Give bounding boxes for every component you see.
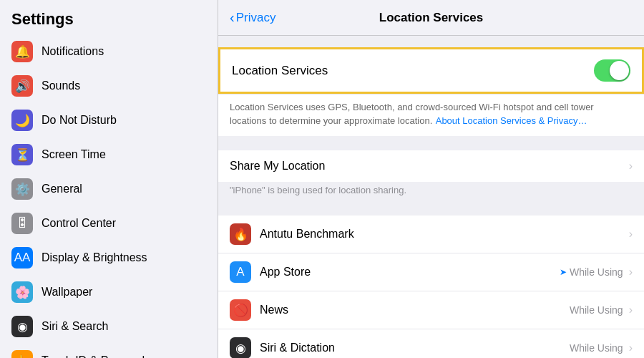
app-store-icon: A xyxy=(230,261,251,283)
back-label: Privacy xyxy=(236,11,276,25)
app-status-news: While Using› xyxy=(570,304,633,316)
do-not-disturb-icon: 🌙 xyxy=(11,110,33,131)
location-services-section: Location Services Location Services uses… xyxy=(218,47,644,136)
app-status-text-news: While Using xyxy=(570,304,623,316)
display-brightness-icon: AA xyxy=(11,247,33,268)
sidebar-label-screen-time: Screen Time xyxy=(42,148,106,161)
touch-id-icon: 👆 xyxy=(11,350,33,358)
wallpaper-icon: 🌸 xyxy=(11,281,33,303)
sidebar-label-display-brightness: Display & Brightness xyxy=(42,251,147,264)
app-label-app-store: App Store xyxy=(260,266,560,279)
sidebar-label-siri-search: Siri & Search xyxy=(42,320,108,333)
location-arrow-icon: ➤ xyxy=(560,267,567,277)
news-icon: 🚫 xyxy=(230,299,251,321)
general-icon: ⚙️ xyxy=(11,178,33,200)
sidebar-item-siri-search[interactable]: ◉Siri & Search xyxy=(0,309,218,344)
sidebar-item-touch-id[interactable]: 👆Touch ID & Passcode xyxy=(0,344,218,358)
sidebar-item-wallpaper[interactable]: 🌸Wallpaper xyxy=(0,275,218,309)
app-row-antutu[interactable]: 🔥Antutu Benchmark› xyxy=(218,216,644,253)
sidebar-label-touch-id: Touch ID & Passcode xyxy=(42,354,151,358)
sidebar-label-wallpaper: Wallpaper xyxy=(42,286,92,299)
app-row-app-store[interactable]: AApp Store➤While Using› xyxy=(218,253,644,291)
sidebar-label-notifications: Notifications xyxy=(42,45,104,58)
back-button[interactable]: ‹ Privacy xyxy=(230,9,275,26)
screen-time-icon: ⏳ xyxy=(11,144,33,165)
location-services-toggle[interactable] xyxy=(594,59,630,82)
location-services-label: Location Services xyxy=(232,64,328,78)
app-status-text-app-store: While Using xyxy=(570,266,623,278)
nav-title: Location Services xyxy=(379,11,484,25)
app-row-siri-dictation[interactable]: ◉Siri & DictationWhile Using› xyxy=(218,329,644,358)
sidebar-items-container: 🔔Notifications🔊Sounds🌙Do Not Disturb⏳Scr… xyxy=(0,34,218,358)
sidebar-item-general[interactable]: ⚙️General xyxy=(0,172,218,206)
sidebar: Settings 🔔Notifications🔊Sounds🌙Do Not Di… xyxy=(0,0,218,358)
app-label-antutu: Antutu Benchmark xyxy=(260,228,626,241)
back-chevron-icon: ‹ xyxy=(230,9,235,26)
app-status-siri-dictation: While Using› xyxy=(570,342,633,354)
siri-search-icon: ◉ xyxy=(11,316,33,337)
share-my-location-label: Share My Location xyxy=(230,160,629,173)
control-center-icon: 🎛 xyxy=(11,213,33,234)
nav-bar: ‹ Privacy Location Services xyxy=(218,0,644,36)
row-chevron-icon: › xyxy=(629,304,633,316)
sidebar-label-control-center: Control Center xyxy=(42,217,116,230)
sounds-icon: 🔊 xyxy=(11,75,33,97)
sidebar-item-display-brightness[interactable]: AADisplay & Brightness xyxy=(0,241,218,275)
location-desc-link[interactable]: About Location Services & Privacy… xyxy=(436,115,587,126)
sidebar-item-screen-time[interactable]: ⏳Screen Time xyxy=(0,137,218,172)
app-label-siri-dictation: Siri & Dictation xyxy=(260,342,570,354)
share-sublabel: "iPhone" is being used for location shar… xyxy=(218,182,644,201)
share-my-location-row[interactable]: Share My Location › xyxy=(218,150,644,182)
app-status-app-store: ➤While Using› xyxy=(560,266,633,279)
sidebar-label-sounds: Sounds xyxy=(42,79,80,92)
row-chevron-icon: › xyxy=(629,342,633,354)
app-status-text-siri-dictation: While Using xyxy=(570,342,623,354)
row-chevron-icon: › xyxy=(629,228,633,241)
content-area: Location Services Location Services uses… xyxy=(218,36,644,358)
notifications-icon: 🔔 xyxy=(11,41,33,62)
location-services-desc: Location Services uses GPS, Bluetooth, a… xyxy=(218,94,644,136)
sidebar-item-control-center[interactable]: 🎛Control Center xyxy=(0,206,218,241)
sidebar-label-general: General xyxy=(42,183,82,195)
row-chevron-icon: › xyxy=(629,266,633,279)
app-status-antutu: › xyxy=(626,228,633,241)
share-row-chevron-icon: › xyxy=(629,160,633,173)
sidebar-item-notifications[interactable]: 🔔Notifications xyxy=(0,34,218,69)
app-row-news[interactable]: 🚫NewsWhile Using› xyxy=(218,291,644,329)
apps-list: 🔥Antutu Benchmark›AApp Store➤While Using… xyxy=(218,216,644,358)
share-my-location-section: Share My Location › "iPhone" is being us… xyxy=(218,150,644,201)
antutu-icon: 🔥 xyxy=(230,223,251,245)
sidebar-label-do-not-disturb: Do Not Disturb xyxy=(42,114,117,127)
sidebar-header: Settings xyxy=(0,0,218,34)
sidebar-item-sounds[interactable]: 🔊Sounds xyxy=(0,69,218,103)
toggle-knob xyxy=(610,61,629,80)
main-panel: ‹ Privacy Location Services Location Ser… xyxy=(218,0,644,358)
app-label-news: News xyxy=(260,304,570,316)
siri-dictation-icon: ◉ xyxy=(230,337,251,358)
sidebar-item-do-not-disturb[interactable]: 🌙Do Not Disturb xyxy=(0,103,218,137)
location-services-row[interactable]: Location Services xyxy=(218,47,644,94)
